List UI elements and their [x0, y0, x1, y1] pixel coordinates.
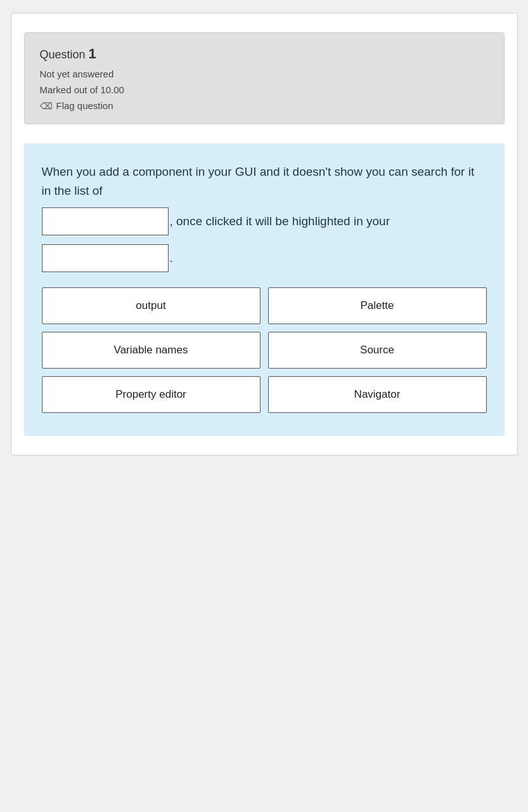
choice-source[interactable]: Source	[268, 332, 487, 369]
choices-grid: output Palette Variable names Source Pro…	[42, 287, 487, 413]
question-text-part1: When you add a component in your GUI and…	[42, 165, 475, 197]
question-info-box: Question 1 Not yet answered Marked out o…	[24, 32, 505, 124]
choice-palette[interactable]: Palette	[268, 287, 487, 324]
page-container: Question 1 Not yet answered Marked out o…	[11, 13, 518, 455]
choice-navigator[interactable]: Navigator	[268, 376, 487, 413]
question-marked: Marked out of 10.00	[40, 84, 489, 95]
blank-input-1[interactable]	[42, 207, 169, 235]
blank-row-2: .	[42, 244, 487, 272]
question-text-part3: .	[170, 249, 173, 268]
choice-property-editor[interactable]: Property editor	[42, 376, 261, 413]
question-text-part2: , once clicked it will be highlighted in…	[170, 212, 390, 231]
flag-question-label: Flag question	[56, 100, 113, 111]
question-text-area: When you add a component in your GUI and…	[42, 162, 487, 272]
blank-input-2[interactable]	[42, 244, 169, 272]
choice-output[interactable]: output	[42, 287, 261, 324]
question-status: Not yet answered	[40, 69, 489, 79]
question-title: Question 1	[40, 46, 489, 62]
flag-question-link[interactable]: ⌫ Flag question	[40, 100, 489, 111]
question-content-box: When you add a component in your GUI and…	[24, 143, 505, 436]
flag-icon: ⌫	[40, 101, 53, 111]
choice-variable-names[interactable]: Variable names	[42, 332, 261, 369]
blank-row-1: , once clicked it will be highlighted in…	[42, 207, 487, 235]
